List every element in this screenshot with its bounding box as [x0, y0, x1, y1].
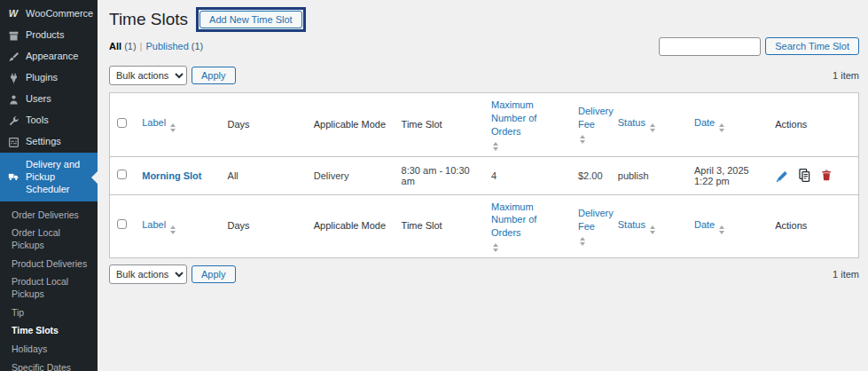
bulk-actions-select[interactable]: Bulk actions: [109, 66, 187, 85]
filter-separator: |: [140, 41, 143, 51]
filter-published-count: (1): [192, 41, 203, 51]
page-header: Time Slots Add New Time Slot: [109, 6, 859, 33]
sort-arrows-icon: [493, 142, 564, 151]
filter-published-link[interactable]: Published (1): [145, 41, 203, 51]
column-applicable-mode: Applicable Mode: [307, 93, 395, 157]
sort-by-delivery-fee[interactable]: Delivery Fee: [578, 207, 614, 246]
item-count: 1 item: [833, 70, 859, 81]
column-actions: Actions: [768, 93, 858, 157]
tablenav-top: Bulk actions Apply 1 item: [109, 65, 859, 86]
submenu-item-tip[interactable]: Tip: [0, 304, 98, 322]
time-slots-table: Label Days Applicable Mode Time Slot Max…: [109, 92, 859, 258]
users-icon: [7, 93, 20, 106]
search-box: Search Time Slot: [659, 37, 859, 56]
row-actions: [775, 168, 851, 183]
table-footer: Label Days Applicable Mode Time Slot Max…: [110, 194, 859, 258]
sort-arrows-icon: [493, 243, 564, 252]
sort-by-max-orders[interactable]: Maximum Number of Orders: [491, 99, 564, 151]
submenu-item-time-slots[interactable]: Time Slots: [0, 322, 98, 341]
settings-icon: [7, 136, 20, 148]
sidebar-item-users[interactable]: Users: [0, 89, 98, 110]
page-title: Time Slots: [109, 10, 188, 29]
filter-all-count: (1): [124, 41, 136, 51]
sidebar-item-label: Appearance: [26, 51, 78, 63]
sidebar-item-delivery-pickup-scheduler[interactable]: Delivery and Pickup Scheduler: [0, 153, 98, 201]
row-checkbox[interactable]: [117, 170, 127, 179]
submenu-item-order-deliveries[interactable]: Order Deliveries: [0, 206, 98, 225]
sidebar-item-settings[interactable]: Settings: [0, 131, 98, 153]
sort-arrows-icon: [719, 123, 724, 132]
sidebar-item-products[interactable]: Products: [0, 25, 98, 46]
sort-by-status[interactable]: Status: [618, 116, 655, 132]
admin-sidebar: W WooCommerce Products Appearance Plugin…: [0, 0, 98, 371]
column-applicable-mode: Applicable Mode: [307, 194, 395, 258]
apply-button[interactable]: Apply: [192, 67, 236, 84]
tools-icon: [7, 114, 20, 127]
sidebar-item-label: WooCommerce: [26, 8, 93, 20]
sidebar-item-label: Delivery and Pickup Scheduler: [26, 159, 90, 195]
column-days: Days: [221, 93, 307, 157]
sort-arrows-icon: [580, 237, 614, 246]
duplicate-icon[interactable]: [797, 168, 812, 183]
sort-by-date[interactable]: Date: [694, 116, 724, 132]
delete-icon[interactable]: [820, 169, 833, 182]
appearance-icon: [7, 51, 20, 63]
sort-arrows-icon: [650, 225, 655, 234]
apply-button[interactable]: Apply: [192, 265, 236, 283]
select-all-checkbox[interactable]: [117, 219, 127, 229]
sort-by-status[interactable]: Status: [618, 218, 655, 234]
admin-page: W WooCommerce Products Appearance Plugin…: [0, 0, 868, 371]
filter-row: All (1)|Published (1) Search Time Slot: [109, 36, 859, 57]
table-header: Label Days Applicable Mode Time Slot Max…: [110, 93, 859, 157]
sort-by-label[interactable]: Label: [142, 116, 176, 132]
sidebar-item-tools[interactable]: Tools: [0, 110, 98, 131]
cell-time-slot: 8:30 am - 10:30 am: [395, 156, 484, 194]
sidebar-item-woocommerce[interactable]: W WooCommerce: [0, 4, 98, 25]
sidebar-item-label: Users: [26, 93, 51, 106]
add-new-time-slot-button[interactable]: Add New Time Slot: [199, 11, 302, 28]
submenu-item-product-deliveries[interactable]: Product Deliveries: [0, 255, 98, 273]
status-filter-links: All (1)|Published (1): [109, 41, 203, 51]
bulk-actions-select[interactable]: Bulk actions: [109, 264, 187, 284]
cell-status: publish: [611, 156, 687, 194]
cell-date: April 3, 2025 1:22 pm: [687, 156, 768, 194]
plugins-icon: [7, 72, 20, 84]
sidebar-item-label: Settings: [26, 136, 61, 148]
sort-by-date[interactable]: Date: [694, 218, 724, 234]
sidebar-item-label: Products: [26, 29, 64, 42]
submenu-item-holidays[interactable]: Holidays: [0, 340, 98, 359]
cell-max-orders: 4: [484, 156, 571, 194]
delivery-truck-icon: [7, 171, 20, 184]
plugin-submenu: Order Deliveries Order Local Pickups Pro…: [0, 201, 98, 371]
column-time-slot: Time Slot: [395, 93, 484, 157]
submenu-item-specific-dates[interactable]: Specific Dates: [0, 359, 98, 371]
submenu-item-order-local-pickups[interactable]: Order Local Pickups: [0, 225, 98, 255]
edit-icon[interactable]: [775, 169, 789, 183]
sidebar-item-plugins[interactable]: Plugins: [0, 67, 98, 89]
sort-by-delivery-fee[interactable]: Delivery Fee: [578, 105, 614, 144]
sort-by-label[interactable]: Label: [142, 218, 176, 234]
cell-days: All: [221, 156, 307, 194]
submenu-item-product-local-pickups[interactable]: Product Local Pickups: [0, 273, 98, 304]
main-content: Time Slots Add New Time Slot All (1)|Pub…: [98, 0, 868, 371]
cell-applicable-mode: Delivery: [307, 156, 395, 194]
row-title-link[interactable]: Morning Slot: [142, 170, 201, 181]
sort-arrows-icon: [170, 123, 176, 132]
search-input[interactable]: [659, 37, 761, 56]
sort-arrows-icon: [650, 123, 655, 132]
filter-all-link[interactable]: All (1): [109, 41, 137, 51]
sort-arrows-icon: [719, 225, 724, 234]
item-count: 1 item: [833, 269, 859, 280]
select-all-checkbox[interactable]: [117, 118, 127, 128]
sort-by-max-orders[interactable]: Maximum Number of Orders: [491, 201, 564, 253]
search-time-slot-button[interactable]: Search Time Slot: [765, 37, 859, 55]
column-days: Days: [221, 194, 307, 258]
sidebar-item-appearance[interactable]: Appearance: [0, 46, 98, 67]
woocommerce-icon: W: [7, 8, 20, 20]
cell-delivery-fee: $2.00: [571, 156, 611, 194]
column-time-slot: Time Slot: [395, 194, 484, 258]
sort-arrows-icon: [170, 225, 176, 234]
products-icon: [7, 29, 20, 42]
table-row: Morning Slot All Delivery 8:30 am - 10:3…: [110, 156, 859, 194]
column-actions: Actions: [768, 194, 858, 258]
